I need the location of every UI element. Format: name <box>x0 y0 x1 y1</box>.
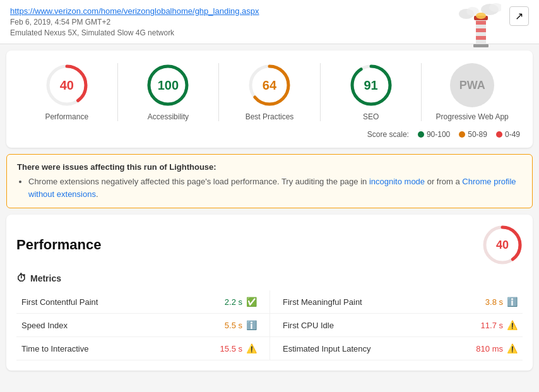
metric-name: Estimated Input Latency <box>283 344 370 353</box>
metric-value-group: 2.2 s ✅ <box>225 297 257 307</box>
svg-rect-8 <box>474 16 488 20</box>
metric-status-icon: ✅ <box>246 297 257 307</box>
gauge-number-performance: 40 <box>60 78 74 93</box>
metric-value-group: 810 ms ⚠️ <box>476 343 518 353</box>
score-label-performance: Performance <box>45 112 88 121</box>
performance-title: Performance <box>16 237 102 253</box>
metric-status-icon: ⚠️ <box>507 320 518 330</box>
svg-point-9 <box>476 13 486 19</box>
svg-rect-4 <box>476 19 486 44</box>
metric-speed-index: Speed Index 5.5 s ℹ️ <box>16 314 270 337</box>
metric-first-meaningful-paint: First Meaningful Paint 3.8 s ℹ️ <box>270 290 523 314</box>
metric-value: 3.8 s <box>485 297 503 307</box>
svg-rect-5 <box>476 21 486 25</box>
scale-dot <box>496 131 502 138</box>
performance-header: Performance 40 <box>16 225 523 265</box>
header-left: https://www.verizon.com/home/verizonglob… <box>10 6 259 37</box>
metric-status-icon: ℹ️ <box>246 320 257 330</box>
metric-name: Speed Index <box>21 321 68 330</box>
metrics-title: ⏱ Metrics <box>16 273 523 284</box>
share-button[interactable]: ↗ <box>509 6 529 26</box>
metric-value-group: 5.5 s ℹ️ <box>225 320 257 330</box>
gauge-number-seo: 91 <box>364 78 377 93</box>
metric-value: 810 ms <box>476 344 503 353</box>
svg-point-3 <box>489 3 501 12</box>
gauge-seo: 91 <box>349 63 393 107</box>
metric-estimated-input-latency: Estimated Input Latency 810 ms ⚠️ <box>270 337 523 360</box>
metrics-grid: First Contentful Paint 2.2 s ✅ First Mea… <box>16 290 523 360</box>
metric-status-icon: ⚠️ <box>507 343 518 353</box>
metric-name: Time to Interactive <box>21 344 88 353</box>
scale-item-0-49: 0-49 <box>496 130 520 139</box>
metric-value: 5.5 s <box>225 321 242 330</box>
svg-rect-6 <box>476 28 486 32</box>
scores-card: 40 Performance 100 Accessibility 64 Best <box>6 50 533 148</box>
metric-first-contentful-paint: First Contentful Paint 2.2 s ✅ <box>16 290 270 314</box>
metric-time-to-interactive: Time to Interactive 15.5 s ⚠️ <box>16 337 270 360</box>
pwa-icon: PWA <box>450 63 494 107</box>
incognito-link[interactable]: incognito mode <box>369 177 425 186</box>
gauge-number-best-practices: 64 <box>263 78 276 93</box>
score-item-performance[interactable]: 40 Performance <box>16 63 117 121</box>
svg-rect-10 <box>473 44 489 47</box>
metric-value: 11.7 s <box>481 321 503 330</box>
metric-first-cpu-idle: First CPU Idle 11.7 s ⚠️ <box>270 314 523 337</box>
metric-status-icon: ⚠️ <box>246 343 257 353</box>
score-item-seo[interactable]: 91 SEO <box>320 63 422 121</box>
score-label-seo: SEO <box>363 112 379 121</box>
gauge-number-accessibility: 100 <box>158 78 179 93</box>
scale-item-50-89: 50-89 <box>459 130 487 139</box>
warning-list: Chrome extensions negatively affected th… <box>17 175 522 200</box>
metric-value-group: 3.8 s ℹ️ <box>485 297 518 307</box>
header: https://www.verizon.com/home/verizonglob… <box>0 0 539 44</box>
metric-status-icon: ℹ️ <box>507 297 518 307</box>
gauge-accessibility: 100 <box>146 63 190 107</box>
scores-row: 40 Performance 100 Accessibility 64 Best <box>16 63 523 121</box>
svg-rect-7 <box>476 36 486 40</box>
scale-range: 0-49 <box>505 130 520 139</box>
score-item-best-practices[interactable]: 64 Best Practices <box>218 63 320 121</box>
scale-label: Score scale: <box>367 130 409 139</box>
score-item-accessibility[interactable]: 100 Accessibility <box>117 63 219 121</box>
score-label-best-practices: Best Practices <box>246 112 294 121</box>
metric-value: 15.5 s <box>220 344 242 353</box>
metric-value-group: 15.5 s ⚠️ <box>220 343 257 353</box>
svg-point-0 <box>459 9 474 19</box>
score-label-pwa: Progressive Web App <box>436 112 509 121</box>
perf-gauge-number: 40 <box>496 239 509 252</box>
warning-box: There were issues affecting this run of … <box>6 154 533 208</box>
page-url[interactable]: https://www.verizon.com/home/verizonglob… <box>10 6 259 16</box>
gauge-best-practices: 64 <box>247 63 292 107</box>
profile-link[interactable]: Chrome profile without extensions <box>28 177 516 199</box>
header-date: Feb 6, 2019, 4:54 PM GMT+2 <box>10 18 259 27</box>
scale-dot <box>418 131 424 138</box>
metric-name: First Contentful Paint <box>21 297 98 307</box>
header-device: Emulated Nexus 5X, Simulated Slow 4G net… <box>10 28 259 37</box>
metric-value-group: 11.7 s ⚠️ <box>481 320 518 330</box>
metric-value: 2.2 s <box>225 297 242 307</box>
svg-point-1 <box>466 7 479 16</box>
metric-name: First Meaningful Paint <box>283 297 362 307</box>
score-scale: Score scale: 90-100 50-89 0-49 <box>16 130 523 139</box>
warning-title: There were issues affecting this run of … <box>17 162 522 172</box>
metric-name: First CPU Idle <box>283 321 334 330</box>
score-item-pwa[interactable]: PWA Progressive Web App <box>421 63 523 121</box>
performance-section: Performance 40 ⏱ Metrics First Contentfu… <box>6 215 533 371</box>
scale-range: 50-89 <box>468 130 487 139</box>
score-label-accessibility: Accessibility <box>148 112 189 121</box>
scale-dot <box>459 131 465 138</box>
gauge-performance: 40 <box>45 63 89 107</box>
metrics-icon: ⏱ <box>16 273 27 284</box>
warning-item: Chrome extensions negatively affected th… <box>28 175 522 200</box>
metrics-label: Metrics <box>30 273 61 283</box>
performance-gauge: 40 <box>482 225 523 265</box>
svg-point-2 <box>481 4 499 15</box>
scale-range: 90-100 <box>427 130 450 139</box>
scale-item-90-100: 90-100 <box>418 130 450 139</box>
